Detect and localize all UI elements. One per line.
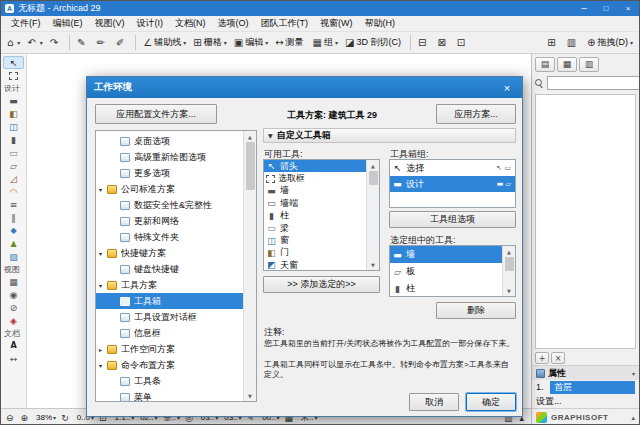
remove-icon[interactable]: × — [551, 352, 565, 364]
wall-tool-icon[interactable] — [8, 95, 19, 106]
layout-icon[interactable]: ⊞ — [544, 34, 562, 52]
group-tools-scrollbar[interactable]: ▲ ▼ — [502, 246, 515, 296]
customize-toolbox-header[interactable]: ▼ 自定义工具箱 — [263, 128, 516, 143]
text-tool-icon[interactable] — [8, 340, 19, 351]
zoom-level-dropdown[interactable]: 38% ▾ — [33, 411, 58, 425]
rotate-view-icon[interactable]: ↻ — [59, 411, 73, 425]
tree-item[interactable]: 信息框 — [96, 325, 243, 341]
close-button[interactable]: × — [617, 1, 639, 16]
collapse-arrow-icon[interactable]: ▴ — [631, 414, 635, 422]
tree-item[interactable]: 更新和网络 — [96, 213, 243, 229]
shell-tool-icon[interactable] — [8, 186, 19, 197]
dialog-titlebar[interactable]: 工作环境 × — [87, 77, 522, 98]
edit-icon[interactable]: ▣ 编辑 ▾ — [231, 34, 271, 52]
add-selected-button[interactable]: >> 添加选定的>> — [263, 276, 380, 293]
sidebar-list-panel[interactable] — [535, 94, 636, 349]
tree-item[interactable]: 键盘快捷键 — [96, 261, 243, 277]
tree-item[interactable]: 工具条 — [96, 373, 243, 389]
home-icon[interactable]: ⌂ ▾ — [4, 34, 23, 52]
delete-button[interactable]: 删除 — [436, 302, 516, 319]
undo-icon[interactable]: ↶ ▾ — [24, 34, 45, 52]
ok-button[interactable]: 确定 — [466, 393, 516, 411]
drag-icon[interactable]: ⊕ 拖拽(D) ▾ — [584, 34, 636, 52]
group-tool-item[interactable]: 柱 — [390, 280, 502, 296]
pencil-icon[interactable]: ✏ — [94, 34, 112, 52]
zone-tool-icon[interactable] — [8, 251, 19, 262]
menu-item[interactable]: 团队工作(T) — [255, 16, 315, 31]
menu-item[interactable]: 视图(V) — [89, 16, 131, 31]
available-tool-item[interactable]: 柱 — [264, 210, 366, 222]
toolbox-group-item[interactable]: 选择 ↖ ▭ — [390, 160, 515, 176]
menu-item[interactable]: 文档(N) — [169, 16, 212, 31]
stair-tool-icon[interactable] — [8, 199, 19, 210]
scrollbar-thumb[interactable] — [369, 171, 378, 185]
dialog-close-button[interactable]: × — [492, 77, 522, 98]
available-tool-item[interactable]: 墙 — [264, 185, 366, 197]
tree-item[interactable]: ▾ 公司标准方案 — [96, 181, 243, 197]
available-tool-item[interactable]: 天窗 — [264, 259, 366, 270]
beam-tool-icon[interactable] — [8, 147, 19, 158]
redo-icon[interactable]: ↷ — [47, 34, 65, 52]
favorites-panel-icon[interactable]: ▤ — [535, 57, 555, 72]
marquee-tool-icon[interactable] — [9, 72, 18, 80]
scroll-up-icon[interactable]: ▲ — [503, 246, 515, 257]
trim-icon[interactable]: ⊠ — [434, 34, 452, 52]
snap-grid-icon[interactable]: ⊞ 栅格 ▾ — [190, 34, 229, 52]
tree-item[interactable]: 工具箱 — [96, 293, 243, 309]
cutaway-3d-icon[interactable]: ◪ 3D 剖切(C) — [342, 34, 406, 52]
roof-tool-icon[interactable] — [8, 173, 19, 184]
mesh-tool-icon[interactable] — [8, 238, 19, 249]
menu-item[interactable]: 视窗(W) — [314, 16, 359, 31]
tree-item[interactable]: ▾ 快捷键方案 — [96, 245, 243, 261]
scroll-down-icon[interactable]: ▼ — [244, 390, 256, 401]
available-tool-item[interactable]: 箭头 — [264, 160, 366, 172]
tree-scrollbar[interactable]: ▲ ▼ — [243, 131, 256, 401]
zoom-out-icon[interactable]: ⊖ — [4, 411, 18, 425]
tree-item[interactable]: 菜单 — [96, 389, 243, 401]
library-panel-icon[interactable]: ▦ — [557, 57, 577, 72]
available-tool-item[interactable]: 门 — [264, 247, 366, 259]
add-icon[interactable]: + — [535, 352, 549, 364]
guide-lines-icon[interactable]: ∠ 辅助线 ▾ — [140, 34, 189, 52]
group-tool-item[interactable]: 墙 — [390, 246, 502, 263]
cancel-button[interactable]: 取消 — [409, 393, 459, 411]
tree-item[interactable]: 高级重新绘图选项 — [96, 149, 243, 165]
camera-tool-icon[interactable] — [8, 289, 19, 300]
panel-icon[interactable]: ▥ — [564, 34, 583, 52]
available-tools-scrollbar[interactable]: ▲ ▼ — [366, 160, 379, 270]
window-tool-icon[interactable] — [8, 121, 19, 132]
settings-row[interactable]: 设置... — [532, 394, 639, 408]
tree-item[interactable]: ▾ 工具方案 — [96, 277, 243, 293]
scrollbar-thumb[interactable] — [246, 142, 255, 190]
maximize-button[interactable]: □ — [595, 1, 617, 16]
pages-panel-icon[interactable]: ▥ — [579, 57, 599, 72]
menu-item[interactable]: 帮助(H) — [359, 16, 402, 31]
adjust-icon[interactable]: ⊡ — [454, 34, 472, 52]
tree-item[interactable]: ▾ 命令布置方案 — [96, 357, 243, 373]
group-icon[interactable]: ▦ 组 ▾ — [310, 34, 341, 52]
dimension-tool-icon[interactable] — [8, 353, 19, 364]
group-options-button[interactable]: 工具组选项 — [389, 211, 516, 228]
menu-item[interactable]: 文件(F) — [5, 16, 47, 31]
menu-item[interactable]: 设计(I) — [131, 16, 170, 31]
split-icon[interactable]: ⊟ — [415, 34, 433, 52]
scroll-down-icon[interactable]: ▼ — [503, 285, 515, 296]
door-tool-icon[interactable] — [8, 108, 19, 119]
tree-item[interactable]: 工具设置对话框 — [96, 309, 243, 325]
tree-item[interactable]: 数据安全性&完整性 — [96, 197, 243, 213]
slab-tool-icon[interactable] — [8, 160, 19, 171]
menu-item[interactable]: 编辑(E) — [47, 16, 89, 31]
group-tool-item[interactable]: 板 — [390, 263, 502, 280]
available-tool-item[interactable]: 墙端 — [264, 197, 366, 209]
story-row[interactable]: 1. 首层 — [532, 380, 639, 394]
zoom-in-icon[interactable]: ⊕ — [19, 411, 33, 425]
pen-icon[interactable]: ✎ — [74, 34, 92, 52]
tree-item[interactable]: ▸ 工作空间方案 — [96, 341, 243, 357]
window-titlebar[interactable]: A 无标题 - Archicad 29 ─ □ × — [1, 1, 639, 16]
tree-item[interactable]: 更多选项 — [96, 165, 243, 181]
morph-tool-icon[interactable] — [8, 225, 19, 236]
railing-tool-icon[interactable] — [8, 212, 19, 223]
cut-plane-tool-icon[interactable] — [8, 302, 19, 313]
properties-header[interactable]: 属性 ▾ — [532, 365, 639, 380]
marker-pen-icon[interactable]: ✐ — [113, 34, 131, 52]
